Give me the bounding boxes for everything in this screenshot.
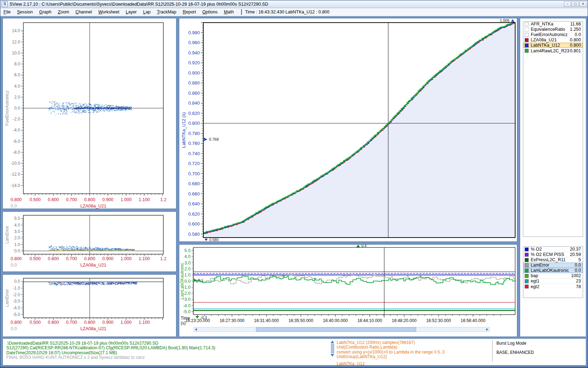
legend-row[interactable]: bap1002 (523, 273, 583, 279)
menu-options[interactable]: Options (199, 10, 221, 14)
close-button[interactable]: ✕ (580, 1, 587, 7)
info-scrollbar[interactable] (330, 340, 334, 361)
lam-error-neg-scatter-panel: 0.0-1.0-2.0-3.0-4.0-5.00.5000.6000.7000.… (2, 274, 176, 337)
svg-text:0.600: 0.600 (188, 221, 200, 227)
scroll-left-icon[interactable] (195, 328, 197, 331)
menu-lap[interactable]: Lap (140, 10, 154, 14)
maximize-button[interactable]: ▢ (572, 1, 579, 7)
menubar: FileSessionGraphZoomChannelWorksheetLaye… (0, 8, 588, 16)
svg-text:1.100: 1.100 (139, 197, 150, 202)
channel-color-swatch (525, 263, 529, 267)
log-info-line: FINAL BOSS HARD KUNT AUTRONICZ x 2 and S… (6, 355, 145, 360)
channel-info-line: LabNTKa_U12 (337, 361, 365, 366)
svg-text:3.0: 3.0 (185, 261, 191, 265)
legend-row[interactable]: LamError0.0 (523, 263, 583, 268)
legend-row[interactable]: AFR_NTKa11.66 (523, 22, 583, 27)
svg-text:16:31:40.000: 16:31:40.000 (254, 318, 279, 323)
channel-value: 20.37 (570, 247, 583, 252)
menu-channel[interactable]: Channel (72, 10, 95, 14)
svg-text:16:35:50.000: 16:35:50.000 (289, 318, 313, 323)
svg-text:LamLabOKautronic: LamLabOKautronic (180, 263, 185, 299)
svg-text:1.2: 1.2 (160, 197, 166, 202)
channel-value: 0.0 (575, 268, 583, 273)
scroll-down-icon[interactable] (331, 354, 334, 357)
lam-error-pos-scatter-panel: 5.04.03.02.01.00.00.5000.6000.7000.8000.… (2, 211, 176, 272)
menu-worksheet[interactable]: Worksheet (95, 10, 123, 14)
menu-layer[interactable]: Layer (122, 10, 140, 14)
menu-report[interactable]: Report (180, 10, 199, 14)
svg-text:0.580: 0.580 (188, 232, 200, 237)
window-bottom-edge (0, 366, 588, 368)
cursor-readout: Time : 16:43:32.430 LabNTKa_U12 : 0.800 (245, 10, 330, 14)
svg-text:0.800: 0.800 (188, 121, 200, 126)
lam_error_pos_vs_lambda-plot[interactable]: 5.04.03.02.01.00.00.5000.6000.7000.8000.… (3, 212, 176, 272)
info-scrollbar-thumb[interactable] (331, 344, 334, 353)
channel-value: 23 (576, 279, 583, 284)
svg-text:0.0: 0.0 (14, 106, 20, 111)
channel-value: 78 (576, 284, 583, 289)
legend-row[interactable]: egt123 (523, 279, 583, 284)
legend-row[interactable]: LabNTKa_U120.800 (523, 43, 583, 48)
menu-session[interactable]: Session (14, 10, 36, 14)
time-scrollbar-thumb[interactable] (256, 327, 416, 332)
svg-text:0.4: 0.4 (361, 245, 367, 248)
svg-text:0.940: 0.940 (188, 50, 200, 56)
svg-text:0.780: 0.780 (188, 131, 200, 136)
svg-text:-4.0: -4.0 (13, 128, 20, 133)
svg-text:0.680: 0.680 (188, 181, 200, 186)
time-scrollbar[interactable] (193, 327, 490, 332)
ntk_lambda_curve-plot[interactable]: 0.9800.9600.9400.9200.9000.8800.8600.840… (179, 18, 517, 242)
legend-row[interactable]: Lam4RawL2C_R230.801 (523, 48, 583, 53)
legend-row[interactable]: EquivalenceRatio1.250 (523, 27, 583, 32)
legend-row[interactable]: % O2 ECM PISS20.59 (523, 252, 583, 257)
channel-value: 11.66 (570, 22, 583, 27)
fuel_error_vs_lambda-plot[interactable]: 14.012.010.08.06.04.02.00.0-2.0-4.0-6.0-… (3, 18, 176, 209)
svg-text:-8.0: -8.0 (13, 150, 20, 155)
svg-text:2.0: 2.0 (14, 95, 20, 100)
channel-value: 0.801 (570, 48, 583, 53)
menu-math[interactable]: Math (221, 10, 237, 14)
svg-text:LamError: LamError (5, 289, 10, 307)
legend-row[interactable]: egt278 (523, 284, 583, 289)
legend-row[interactable]: LamLabOKautronic0.0 (523, 268, 583, 273)
channel-info-line: LabNTKa_U12 (200Hz) samples(786167) (337, 340, 415, 345)
svg-text:0.0: 0.0 (14, 279, 20, 284)
channel-color-swatch (525, 258, 529, 262)
svg-text:0.500: 0.500 (30, 256, 41, 261)
svg-text:0.860: 0.860 (188, 90, 200, 96)
legend-row[interactable]: ExPressL2C_R115 (523, 257, 583, 263)
channel-name: bap (531, 273, 571, 278)
scroll-up-icon[interactable] (331, 340, 334, 343)
svg-text:0.840: 0.840 (188, 100, 200, 106)
channel-name: LamLabOKautronic (531, 268, 575, 273)
scroll-right-icon[interactable] (486, 328, 488, 331)
legend-row[interactable]: LZA08a_U210.800 (523, 37, 583, 43)
legend-row[interactable]: % O220.37 (523, 247, 583, 252)
svg-text:-6.0: -6.0 (13, 139, 20, 144)
channel-name: LamError (531, 263, 575, 268)
svg-text:LabNTKa_U12 (λ): LabNTKa_U12 (λ) (181, 112, 186, 148)
menu-zoom[interactable]: Zoom (54, 10, 72, 14)
legend-row[interactable]: FuelErrorAutronicz0.0 (523, 32, 583, 37)
svg-text:1.2: 1.2 (160, 256, 166, 261)
lam_time_series-plot[interactable]: 5.04.03.02.01.00.0-1.0-2.0-3.0-4.0-5.0La… (179, 245, 517, 337)
time-series-panel: 5.04.03.02.01.00.0-1.0-2.0-3.0-4.0-5.0La… (179, 244, 517, 337)
channel-name: EquivalenceRatio (531, 27, 570, 32)
app-window: S SView 2.17.10 : C:\Users\Public\Docume… (0, 0, 588, 368)
svg-text:-2.0: -2.0 (13, 292, 20, 297)
svg-text:0.960: 0.960 (188, 40, 200, 45)
lam_error_neg_vs_lambda-plot[interactable]: 0.0-1.0-2.0-3.0-4.0-5.00.5000.6000.7000.… (3, 275, 176, 337)
window-controls: – ▢ ✕ (564, 1, 588, 7)
channel-name: LZA08a_U21 (531, 37, 570, 42)
svg-text:FuelErrorAutronicz: FuelErrorAutronicz (5, 90, 10, 126)
menu-graph[interactable]: Graph (36, 10, 55, 14)
svg-text:0.800: 0.800 (11, 320, 22, 325)
svg-text:0.768: 0.768 (209, 137, 219, 141)
svg-text:0.700: 0.700 (66, 320, 77, 325)
channel-legend-panel: AFR_NTKa11.66EquivalenceRatio1.250FuelEr… (520, 18, 586, 337)
menu-file[interactable]: File (0, 10, 14, 14)
menu-trackmap[interactable]: TrackMap (154, 10, 180, 14)
log-info-line: .\DownloadedData\RR S12\2025-10-29 16-07… (6, 341, 158, 346)
minimize-button[interactable]: – (564, 1, 571, 7)
svg-text:0.640: 0.640 (188, 201, 200, 206)
